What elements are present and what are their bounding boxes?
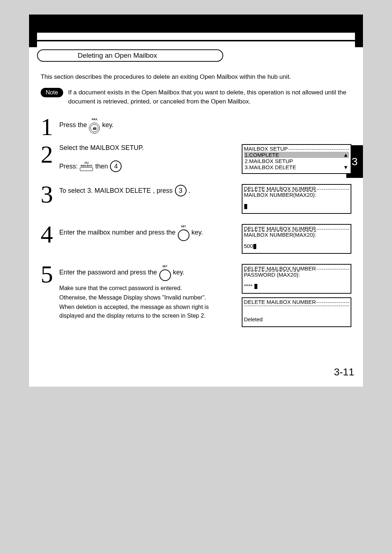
step-2: 2 Select the MAILBOX SETUP. Press: ITU M… — [41, 144, 351, 178]
mailbox-key-icon: ITU MAILBOX — [80, 162, 93, 171]
lcd-screen-deleted: DELETE MAILBOX NUMBER Deleted — [242, 297, 351, 327]
steps-list: 1 Press the FAX 📠 key. — [41, 117, 351, 331]
key-3-icon: 3 — [175, 185, 187, 196]
step3-text-c: , press — [153, 184, 172, 197]
lcd-screen-delete-number-500: DELETE MAILBOX NUMBER MAILBOX NUMBER(MAX… — [242, 224, 351, 254]
lcd-a-title: MAILBOX SETUP — [244, 146, 288, 152]
step2-text-c: then — [95, 160, 108, 173]
step5-text-a: Enter the password and press the — [59, 266, 157, 279]
step-3: 3 To select 3. MAILBOX DELETE , press 3 … — [41, 184, 351, 217]
lcd-b-title: DELETE MAILBOX NUMBER — [244, 186, 316, 192]
step-number: 5 — [41, 264, 56, 285]
step-1: 1 Press the FAX 📠 key. — [41, 117, 351, 138]
fax-key-icon: FAX 📠 — [89, 117, 100, 134]
set-key-icon: SET — [178, 224, 189, 241]
step5-text-b: key. — [173, 266, 185, 279]
step4-text-a: Enter the mailbox number and press the — [59, 226, 175, 239]
down-arrow-icon: ▼ — [343, 164, 348, 170]
section-title-pill: Deleting an Open Mailbox — [37, 49, 223, 62]
lcd-e-val: Deleted — [244, 316, 349, 322]
lcd-b-l1: MAILBOX NUMBER(MAX20): — [244, 192, 316, 198]
step1-text-b: key. — [102, 118, 114, 131]
note-badge: Note — [41, 88, 63, 97]
lcd-screen-delete-number-blank: DELETE MAILBOX NUMBER MAILBOX NUMBER(MAX… — [242, 184, 351, 214]
lcd-a-l3: 3.MAILBOX DELETE — [245, 164, 296, 170]
step3-text-a: To select — [59, 184, 85, 197]
step3-text-b: 3. MAILBOX DELETE — [87, 184, 151, 197]
page-number: 3-11 — [29, 359, 363, 387]
lcd-a-l2: 2.MAILBOX SETUP — [244, 158, 349, 164]
cursor-icon — [244, 204, 247, 209]
step5-note1: Make sure that the correct password is e… — [59, 284, 233, 293]
step-number: 1 — [41, 117, 56, 138]
lcd-e-title: DELETE MAILBOX NUMBER — [244, 299, 316, 305]
top-rule — [37, 40, 355, 41]
key-4-icon: 4 — [110, 160, 122, 172]
lcd-screen-password: DELETE MAILBOX NUMBER PASSWORD (MAX20): … — [242, 264, 351, 294]
step3-text-d: . — [189, 184, 191, 197]
up-arrow-icon: ▲ — [343, 152, 348, 158]
lcd-a-l1: 1.COMPLETE — [245, 152, 279, 158]
lcd-c-l1: MAILBOX NUMBER(MAX20): — [244, 232, 316, 238]
lcd-d-val: **** — [244, 283, 252, 289]
fax-label: FAX — [92, 117, 98, 122]
cursor-icon — [254, 284, 257, 289]
step-number: 3 — [41, 184, 56, 205]
mailbox-label: MAILBOX — [81, 164, 92, 167]
step2-text-a: Select the MAILBOX SETUP. — [59, 144, 233, 152]
itu-label: ITU — [85, 162, 89, 164]
note-block: Note If a document exists in the Open Ma… — [41, 88, 351, 106]
step-number: 2 — [41, 144, 56, 165]
intro-text: This section describes the procedures to… — [41, 73, 351, 81]
lcd-c-title: DELETE MAILBOX NUMBER — [244, 225, 316, 232]
lcd-d-l1: PASSWORD (MAX20): — [244, 272, 300, 278]
lcd-screen-mailbox-setup: MAILBOX SETUP 1.COMPLETE▲ 2.MAILBOX SETU… — [242, 144, 351, 174]
set-key-icon: SET — [159, 264, 171, 281]
lcd-d-title: DELETE MAILBOX NUMBER — [244, 265, 316, 272]
note-text: If a document exists in the Open Mailbox… — [68, 88, 351, 106]
lcd-c-val: 500 — [244, 243, 253, 249]
page: Deleting an Open Mailbox This section de… — [29, 15, 363, 387]
step-number: 4 — [41, 224, 56, 245]
set-label: SET — [181, 224, 186, 229]
step-4: 4 Enter the mailbox number and press the… — [41, 224, 351, 257]
step4-text-b: key. — [192, 226, 203, 239]
set-label: SET — [163, 264, 168, 269]
step1-text-a: Press the — [59, 118, 87, 131]
step5-note3: When deletion is accepted, the message a… — [59, 303, 233, 320]
step2-text-b: Press: — [59, 160, 78, 173]
section-title: Deleting an Open Mailbox — [78, 52, 157, 59]
step-5: 5 Enter the password and press the SET k… — [41, 264, 351, 331]
cursor-icon — [253, 244, 256, 249]
content-area: Deleting an Open Mailbox This section de… — [37, 33, 355, 359]
step5-note2: Otherwise, the Message Display shows "In… — [59, 293, 233, 302]
